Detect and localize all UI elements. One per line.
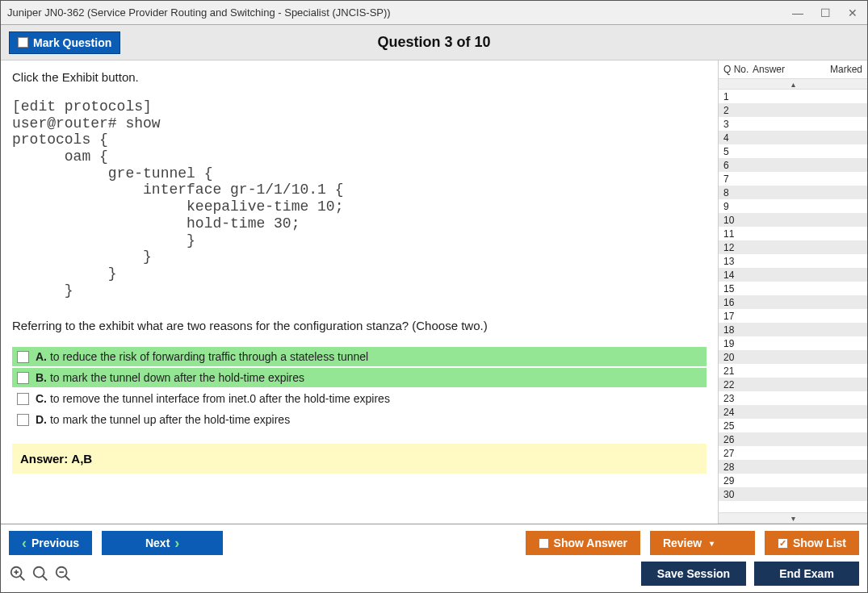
- end-exam-button[interactable]: End Exam: [754, 562, 859, 586]
- show-list-checkbox-icon: ✓: [778, 538, 788, 549]
- nav-row[interactable]: 13: [719, 254, 867, 268]
- option-text: A. to reduce the risk of forwarding traf…: [36, 350, 368, 363]
- nav-qno: 16: [723, 297, 753, 308]
- nav-qno: 17: [723, 311, 753, 322]
- show-answer-button[interactable]: Show Answer: [526, 531, 640, 555]
- nav-qno: 24: [723, 407, 753, 418]
- nav-qno: 11: [723, 228, 753, 240]
- zoom-controls: [9, 565, 72, 583]
- nav-row[interactable]: 14: [719, 268, 867, 282]
- nav-qno: 23: [723, 393, 753, 404]
- review-button[interactable]: Review ▾: [650, 531, 755, 555]
- navigator-body[interactable]: 1234567891011121314151617181920212223242…: [719, 90, 867, 512]
- option-D[interactable]: D. to mark the tunnel up after the hold-…: [12, 410, 707, 429]
- nav-row[interactable]: 10: [719, 213, 867, 227]
- nav-row[interactable]: 29: [719, 474, 867, 487]
- maximize-icon[interactable]: ☐: [817, 5, 833, 21]
- next-button[interactable]: Next: [102, 531, 223, 555]
- navigator-panel: Q No. Answer Marked ▴ 123456789101112131…: [718, 61, 867, 524]
- nav-qno: 5: [723, 146, 753, 157]
- nav-qno: 28: [723, 461, 753, 473]
- nav-qno: 26: [723, 434, 753, 445]
- option-checkbox-icon[interactable]: [17, 351, 29, 363]
- nav-row[interactable]: 17: [719, 309, 867, 323]
- window-controls: — ☐ ✕: [790, 5, 861, 21]
- nav-row[interactable]: 5: [719, 144, 867, 158]
- nav-row[interactable]: 23: [719, 391, 867, 405]
- question-content[interactable]: Click the Exhibit button. [edit protocol…: [1, 61, 718, 524]
- end-exam-label: End Exam: [779, 567, 834, 580]
- footer-row-2: Save Session End Exam: [9, 562, 859, 586]
- nav-qno: 3: [723, 119, 753, 130]
- nav-row[interactable]: 4: [719, 131, 867, 144]
- svg-line-7: [65, 576, 70, 581]
- nav-qno: 18: [723, 324, 753, 336]
- show-answer-label: Show Answer: [554, 537, 627, 549]
- option-text: C. to remove the tunnel interface from i…: [36, 392, 390, 405]
- nav-row[interactable]: 30: [719, 487, 867, 501]
- show-answer-checkbox-icon: [539, 538, 549, 549]
- option-text: B. to mark the tunnel down after the hol…: [36, 371, 304, 384]
- show-list-button[interactable]: ✓ Show List: [765, 531, 859, 555]
- toolbar: Mark Question Question 3 of 10: [1, 25, 867, 61]
- review-label: Review: [663, 537, 702, 549]
- show-list-label: Show List: [793, 537, 846, 549]
- answer-value: A,B: [71, 452, 92, 466]
- nav-row[interactable]: 2: [719, 103, 867, 117]
- exhibit-code: [edit protocols] user@router# show proto…: [12, 98, 707, 299]
- nav-row[interactable]: 12: [719, 240, 867, 254]
- option-text: D. to mark the tunnel up after the hold-…: [36, 413, 290, 426]
- option-C[interactable]: C. to remove the tunnel interface from i…: [12, 389, 707, 408]
- nav-qno: 12: [723, 242, 753, 253]
- zoom-in-icon[interactable]: [31, 565, 49, 583]
- nav-row[interactable]: 16: [719, 295, 867, 309]
- nav-row[interactable]: 22: [719, 378, 867, 391]
- option-checkbox-icon[interactable]: [17, 393, 29, 405]
- review-caret-icon: ▾: [710, 539, 714, 548]
- nav-qno: 21: [723, 365, 753, 377]
- nav-row[interactable]: 1: [719, 90, 867, 103]
- close-icon[interactable]: ✕: [845, 5, 861, 21]
- nav-row[interactable]: 11: [719, 227, 867, 240]
- nav-row[interactable]: 26: [719, 432, 867, 446]
- nav-scroll-down-icon[interactable]: ▾: [719, 512, 867, 524]
- nav-qno: 9: [723, 201, 753, 212]
- option-B[interactable]: B. to mark the tunnel down after the hol…: [12, 368, 707, 387]
- save-session-label: Save Session: [657, 567, 730, 580]
- nav-row[interactable]: 6: [719, 158, 867, 172]
- nav-row[interactable]: 3: [719, 117, 867, 131]
- nav-row[interactable]: 15: [719, 282, 867, 295]
- nav-row[interactable]: 25: [719, 419, 867, 432]
- nav-qno: 29: [723, 475, 753, 487]
- nav-qno: 8: [723, 187, 753, 198]
- zoom-reset-icon[interactable]: [9, 565, 27, 583]
- option-checkbox-icon[interactable]: [17, 414, 29, 426]
- nav-scroll-up-icon[interactable]: ▴: [719, 78, 867, 90]
- nav-row[interactable]: 24: [719, 405, 867, 419]
- nav-qno: 25: [723, 420, 753, 432]
- nav-row[interactable]: 21: [719, 364, 867, 378]
- nav-row[interactable]: 28: [719, 460, 867, 474]
- question-header: Question 3 of 10: [1, 34, 867, 51]
- save-session-button[interactable]: Save Session: [641, 562, 746, 586]
- footer-row-1: Previous Next Show Answer Review ▾ ✓ Sho…: [9, 531, 859, 555]
- nav-row[interactable]: 19: [719, 336, 867, 350]
- nav-qno: 30: [723, 489, 753, 500]
- nav-qno: 27: [723, 448, 753, 459]
- mark-button-label: Mark Question: [33, 36, 111, 49]
- navigator-header: Q No. Answer Marked: [719, 61, 867, 78]
- nav-row[interactable]: 9: [719, 199, 867, 213]
- option-A[interactable]: A. to reduce the risk of forwarding traf…: [12, 347, 707, 366]
- nav-row[interactable]: 7: [719, 172, 867, 186]
- nav-row[interactable]: 27: [719, 446, 867, 460]
- option-checkbox-icon[interactable]: [17, 372, 29, 384]
- question-prompt: Referring to the exhibit what are two re…: [12, 319, 707, 332]
- zoom-out-icon[interactable]: [54, 565, 72, 583]
- mark-question-button[interactable]: Mark Question: [9, 31, 120, 54]
- nav-col-qno: Q No.: [723, 64, 753, 75]
- previous-button[interactable]: Previous: [9, 531, 92, 555]
- nav-row[interactable]: 18: [719, 323, 867, 336]
- nav-row[interactable]: 20: [719, 350, 867, 364]
- nav-row[interactable]: 8: [719, 186, 867, 199]
- minimize-icon[interactable]: —: [790, 5, 806, 21]
